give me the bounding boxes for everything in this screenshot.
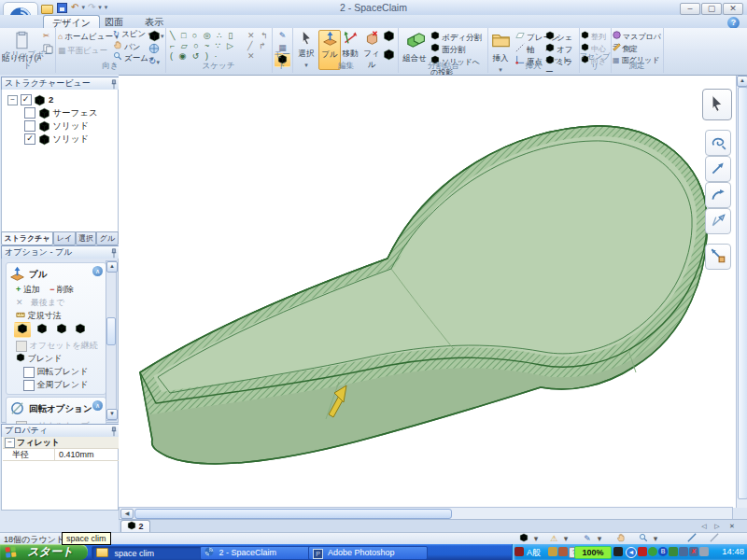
viewport[interactable]: ▲ [119,75,747,508]
title-bar[interactable]: ↶▾↷▾▾ 2 - SpaceClaim – ▢ ✕ [0,0,747,15]
snap-caret-icon[interactable]: ▾ [532,533,540,544]
surface-checkbox[interactable] [24,107,35,119]
offset-continue-option[interactable]: オフセットを継続 [16,340,98,352]
status-snap-button[interactable] [517,533,530,544]
sketch-tools-row2[interactable]: ⌐ ▱ ○ ~ ∵ ▷ [170,41,235,50]
tab-view[interactable]: 表示 [136,15,172,28]
measure-button[interactable]: 測定 [613,43,638,53]
collapse-section-icon[interactable]: ∧ [92,400,103,411]
tree-root-row[interactable]: − ✓ 2 [7,93,53,105]
pin-icon[interactable] [110,248,118,259]
sketch-delete-tool[interactable]: ✕ [247,51,257,61]
ati-tray-icon[interactable] [638,547,647,556]
solid2-checkbox[interactable]: ✓ [24,133,35,145]
status-sketch-button[interactable]: ✎ [581,533,594,544]
battery-meter[interactable]: 100% [574,546,612,559]
network-icon[interactable] [679,547,688,556]
view-style-button[interactable]: ▾ [148,30,164,42]
hscroll-thumb[interactable] [134,509,452,519]
status-pan-button[interactable] [614,533,627,544]
full-blend-option[interactable]: 全周ブレンド [23,379,88,391]
blend-option[interactable]: ブレンド [16,353,62,364]
tool-guide-sweep-button[interactable] [705,208,731,234]
scroll-up-icon[interactable]: ▲ [106,261,118,273]
tool-guide-up-to-button[interactable] [705,244,731,270]
options-scrollbar[interactable]: ▲ ▼ [106,260,117,421]
minimize-button[interactable]: – [680,3,700,15]
ime-tool-icon[interactable] [548,547,557,556]
tab-close-icon[interactable]: ✕ [726,522,738,531]
tab-drawing[interactable]: 図面 [96,15,132,28]
sketch-tools-row3[interactable]: ( ◉ ↺ ) · [170,51,218,61]
root-checkbox[interactable]: ✓ [21,94,32,105]
spin-button[interactable]: ↻スピン ▾ [113,29,151,39]
scroll-down-icon[interactable]: ▼ [106,409,118,420]
offset-button[interactable]: オフセット [545,43,579,53]
language-toggle-icon[interactable]: ◄ [626,547,637,558]
status-dimension-button[interactable] [708,533,721,544]
sketch-tools-row1[interactable]: ╲ □ ○ ◎ ∴ ▯ [170,31,234,40]
pull-type-both-button[interactable] [14,322,31,338]
network-error-icon[interactable]: ✘ [689,547,698,556]
options-scroll-thumb[interactable] [106,317,116,345]
status-warning-button[interactable]: ⚠ [547,533,560,544]
solid1-checkbox[interactable] [24,120,35,132]
move-button[interactable]: 移動 [340,30,360,60]
viewport-vscrollbar[interactable]: ▲ [736,76,747,508]
zoom-caret-icon[interactable]: ▾ [652,533,659,544]
tab-next-icon[interactable]: ▷ [712,522,723,531]
document-tab[interactable]: 2 [120,520,150,533]
sketch-fillet-tools[interactable]: ╱ ↱ [247,41,267,50]
pull-type-side-button[interactable] [53,322,70,338]
model-canvas[interactable] [119,76,735,508]
tab-group[interactable]: グループ [96,231,119,245]
collapse-section-icon[interactable]: ∧ [92,266,103,276]
body-tool-button[interactable] [383,49,395,61]
radius-value[interactable]: 0.410mm [59,449,115,460]
taskbar-item-photoshop[interactable]: P Adobe Photoshop [308,546,428,560]
plan-view-button[interactable]: ▦平面ビュー [58,46,107,56]
view-globe-button[interactable] [148,43,160,56]
expander-icon[interactable]: − [5,438,15,448]
tree-item-surface[interactable]: サーフェス [24,106,98,119]
mass-properties-button[interactable]: マスプロパティ [613,31,663,41]
power-plug-icon[interactable] [613,547,623,556]
usb-device-icon[interactable] [699,547,709,556]
tool-guide-direction-button[interactable] [705,156,731,182]
add-option[interactable]: + 追加 − 削除 [16,284,74,295]
delete-option[interactable]: 削除 [57,285,74,294]
pin-icon[interactable] [110,79,118,90]
start-button[interactable]: スタート [0,544,88,560]
close-button[interactable]: ✕ [723,3,743,15]
combine-button[interactable]: 組合せ [401,30,429,64]
scroll-up-icon[interactable]: ▲ [737,76,747,87]
pull-type-up-button[interactable] [34,322,50,338]
split-body-button[interactable]: ボディ分割 [430,31,482,41]
ime-pad-icon[interactable] [558,547,568,556]
tab-selection[interactable]: 選択 [76,231,96,245]
ime-mode-label[interactable]: A般 [527,547,541,559]
status-measure-button[interactable] [685,533,698,544]
tool-guide-lasso-button[interactable] [705,130,731,156]
tab-prev-icon[interactable]: ◁ [698,522,710,531]
tree-item-solid-2[interactable]: ✓ ソリッド [24,133,89,145]
tree-item-solid-1[interactable]: ソリッド [24,119,89,132]
sketch-caret-icon[interactable]: ▾ [596,533,603,544]
shell-button[interactable]: シェル [545,31,579,41]
cut-button[interactable]: ✂ [43,31,49,41]
status-zoom-button[interactable] [637,533,650,544]
ime-pen-icon[interactable] [514,547,524,556]
sketch-trim-tools[interactable]: ✕ ↰ [247,31,270,40]
rotate-blend-option[interactable]: 回転ブレンド [23,366,88,378]
pan-button[interactable]: パン [113,40,140,50]
update-tray-icon[interactable] [648,547,657,556]
restore-button[interactable]: ▢ [701,3,722,15]
replace-tool-button[interactable] [383,30,395,42]
pull-type-flat-button[interactable] [72,322,89,338]
split-face-button[interactable]: 面分割 [430,43,466,53]
vscroll-thumb[interactable] [738,87,747,499]
ruler-dimension-option[interactable]: 定規寸法 [16,310,62,321]
home-view-button[interactable]: ⌂ホームビュー ▾ [58,32,119,42]
tool-guide-revolve-button[interactable] [705,182,731,208]
warning-caret-icon[interactable]: ▾ [562,533,570,544]
